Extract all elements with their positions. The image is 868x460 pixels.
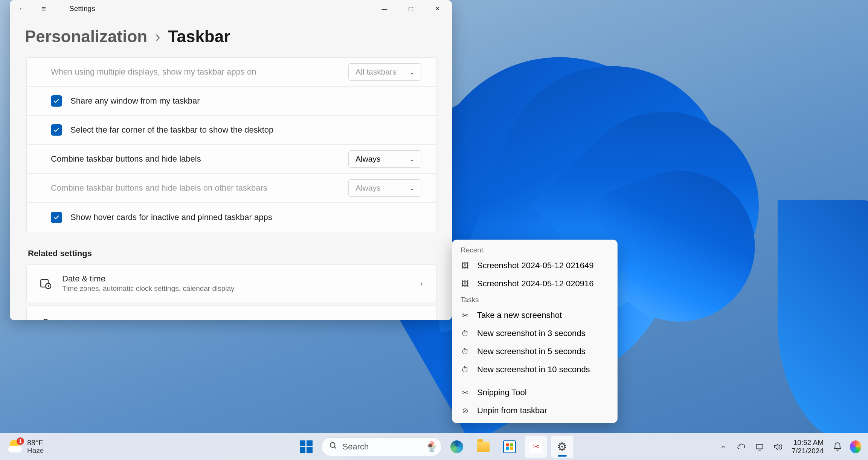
combine-other-row: Combine taskbar buttons and hide labels … xyxy=(27,174,436,203)
breadcrumb-separator: › xyxy=(155,27,160,46)
bell-icon xyxy=(39,317,52,320)
multi-display-row: When using multiple displays, show my ta… xyxy=(27,58,436,87)
jumplist-task-3s[interactable]: ⏱ New screenshot in 3 seconds xyxy=(452,324,617,342)
share-window-checkbox[interactable] xyxy=(51,95,62,107)
app-title: Settings xyxy=(69,5,95,13)
jumplist-task-5s[interactable]: ⏱ New screenshot in 5 seconds xyxy=(452,342,617,361)
hover-cards-checkbox[interactable] xyxy=(51,212,62,223)
store-taskbar-button[interactable] xyxy=(498,436,521,458)
settings-window: ← ≡ Settings — ▢ ✕ Personalization › Tas… xyxy=(10,0,452,320)
snipping-tool-jumplist: Recent 🖼 Screenshot 2024-05-12 021649 🖼 … xyxy=(452,240,618,423)
far-corner-checkbox[interactable] xyxy=(51,124,62,136)
hover-cards-row[interactable]: Show hover cards for inactive and pinned… xyxy=(27,203,436,232)
nav-menu-button[interactable]: ≡ xyxy=(39,5,48,13)
jumplist-app-launch[interactable]: ✂ Snipping Tool xyxy=(452,384,617,402)
taskbar-date: 7/21/2024 xyxy=(792,447,824,455)
snip-icon: ✂ xyxy=(461,311,470,320)
snipping-tool-icon: ✂ xyxy=(461,388,470,397)
notifications-button[interactable] xyxy=(832,441,843,452)
weather-widget[interactable]: 1 88°F Haze xyxy=(0,439,44,455)
related-settings-header: Related settings xyxy=(28,249,437,258)
search-highlight-icon: 🍨 xyxy=(426,441,438,452)
check-icon xyxy=(53,127,60,133)
explorer-taskbar-button[interactable] xyxy=(472,436,494,458)
divider xyxy=(452,381,617,381)
copilot-icon xyxy=(850,440,861,453)
date-time-link[interactable]: Date & time Time zones, automatic clock … xyxy=(26,264,437,302)
chevron-right-icon: › xyxy=(420,279,423,288)
close-button[interactable]: ✕ xyxy=(424,0,450,17)
tray-overflow-button[interactable] xyxy=(718,441,729,452)
system-tray: 10:52 AM 7/21/2024 xyxy=(718,439,861,455)
calendar-clock-icon xyxy=(39,277,52,290)
network-icon[interactable] xyxy=(754,441,765,452)
jumplist-recent-item[interactable]: 🖼 Screenshot 2024-05-12 021649 xyxy=(452,257,617,275)
taskbar-search[interactable]: Search 🍨 xyxy=(321,437,442,456)
windows-logo-icon xyxy=(300,440,313,453)
jumplist-recent-item[interactable]: 🖼 Screenshot 2024-05-12 020916 xyxy=(452,275,617,293)
gear-icon: ⚙ xyxy=(556,440,569,453)
chevron-down-icon: ⌄ xyxy=(409,185,414,192)
combine-buttons-row: Combine taskbar buttons and hide labels … xyxy=(27,145,436,174)
multi-display-label: When using multiple displays, show my ta… xyxy=(51,67,348,77)
breadcrumb: Personalization › Taskbar xyxy=(10,17,452,57)
date-time-title: Date & time xyxy=(62,274,420,284)
edge-taskbar-button[interactable] xyxy=(445,436,468,458)
share-window-label: Share any window from my taskbar xyxy=(70,96,421,106)
onedrive-icon[interactable] xyxy=(736,441,747,452)
maximize-button[interactable]: ▢ xyxy=(398,0,424,17)
combine-buttons-dropdown[interactable]: Always ⌄ xyxy=(348,150,421,168)
weather-badge: 1 xyxy=(17,437,24,445)
jumplist-recent-header: Recent xyxy=(452,243,617,257)
jumplist-task-10s[interactable]: ⏱ New screenshot in 10 seconds xyxy=(452,361,617,379)
far-corner-row[interactable]: Select the far corner of the taskbar to … xyxy=(27,116,436,145)
check-icon xyxy=(53,214,60,221)
folder-icon xyxy=(477,442,490,452)
svg-rect-3 xyxy=(757,444,763,449)
breadcrumb-parent[interactable]: Personalization xyxy=(25,27,147,46)
minimize-button[interactable]: — xyxy=(371,0,398,17)
edge-icon xyxy=(450,440,463,453)
copilot-button[interactable] xyxy=(850,441,861,452)
weather-condition: Haze xyxy=(27,447,44,455)
chevron-down-icon: ⌄ xyxy=(409,69,414,76)
far-corner-label: Select the far corner of the taskbar to … xyxy=(70,125,421,135)
chevron-right-icon: › xyxy=(420,320,423,321)
notifications-link[interactable]: Notifications & actions › xyxy=(26,305,437,320)
search-placeholder: Search xyxy=(343,442,369,452)
taskbar-clock[interactable]: 10:52 AM 7/21/2024 xyxy=(790,439,825,455)
hover-cards-label: Show hover cards for inactive and pinned… xyxy=(70,212,421,222)
notifications-title: Notifications & actions xyxy=(62,319,420,320)
breadcrumb-current: Taskbar xyxy=(168,27,230,46)
timer-icon: ⏱ xyxy=(461,347,470,356)
store-icon xyxy=(503,440,516,453)
image-file-icon: 🖼 xyxy=(461,279,470,288)
combine-buttons-label: Combine taskbar buttons and hide labels xyxy=(51,154,348,164)
back-button[interactable]: ← xyxy=(17,5,26,13)
share-window-row[interactable]: Share any window from my taskbar xyxy=(27,87,436,116)
search-icon xyxy=(329,442,337,452)
image-file-icon: 🖼 xyxy=(461,261,470,270)
weather-icon: 1 xyxy=(8,439,23,454)
volume-icon[interactable] xyxy=(772,441,783,452)
combine-other-dropdown: Always ⌄ xyxy=(348,179,421,197)
multi-display-dropdown: All taskbars ⌄ xyxy=(348,63,421,81)
taskbar-behaviors-card: When using multiple displays, show my ta… xyxy=(26,57,437,232)
snipping-tool-icon: ✂ xyxy=(529,440,542,453)
taskbar: 1 88°F Haze Search 🍨 ✂ ⚙ xyxy=(0,433,868,460)
timer-icon: ⏱ xyxy=(461,365,470,374)
taskbar-time: 10:52 AM xyxy=(792,439,824,447)
chevron-down-icon: ⌄ xyxy=(409,156,414,163)
jumplist-task-new[interactable]: ✂ Take a new screenshot xyxy=(452,306,617,324)
start-button[interactable] xyxy=(295,436,317,458)
jumplist-unpin[interactable]: ⊘ Unpin from taskbar xyxy=(452,402,617,420)
svg-point-2 xyxy=(330,442,335,447)
unpin-icon: ⊘ xyxy=(461,406,470,415)
jumplist-tasks-header: Tasks xyxy=(452,293,617,306)
weather-temp: 88°F xyxy=(27,439,44,447)
settings-taskbar-button[interactable]: ⚙ xyxy=(551,436,574,458)
combine-other-label: Combine taskbar buttons and hide labels … xyxy=(51,183,348,193)
snipping-tool-taskbar-button[interactable]: ✂ xyxy=(525,436,547,458)
titlebar: ← ≡ Settings — ▢ ✕ xyxy=(10,0,452,17)
timer-icon: ⏱ xyxy=(461,329,470,338)
